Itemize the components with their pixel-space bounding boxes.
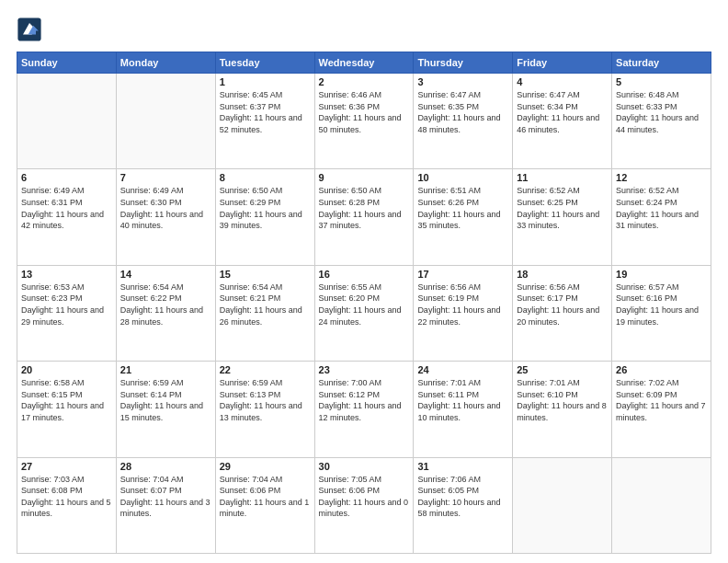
week-row-5: 27Sunrise: 7:03 AM Sunset: 6:08 PM Dayli… (17, 457, 711, 553)
day-number: 16 (319, 269, 410, 280)
week-row-2: 6Sunrise: 6:49 AM Sunset: 6:31 PM Daylig… (17, 169, 711, 265)
day-header-thursday: Thursday (414, 52, 513, 74)
day-info: Sunrise: 6:56 AM Sunset: 6:17 PM Dayligh… (517, 282, 608, 327)
calendar-header: SundayMondayTuesdayWednesdayThursdayFrid… (17, 52, 711, 74)
day-info: Sunrise: 6:49 AM Sunset: 6:31 PM Dayligh… (21, 185, 112, 231)
calendar-cell: 1Sunrise: 6:45 AM Sunset: 6:37 PM Daylig… (215, 74, 314, 169)
calendar-cell: 13Sunrise: 6:53 AM Sunset: 6:23 PM Dayli… (17, 265, 117, 361)
day-info: Sunrise: 6:58 AM Sunset: 6:15 PM Dayligh… (21, 377, 112, 423)
calendar-cell: 14Sunrise: 6:54 AM Sunset: 6:22 PM Dayli… (116, 265, 215, 361)
week-row-4: 20Sunrise: 6:58 AM Sunset: 6:15 PM Dayli… (17, 362, 711, 457)
day-header-tuesday: Tuesday (215, 52, 314, 74)
calendar-cell: 21Sunrise: 6:59 AM Sunset: 6:14 PM Dayli… (116, 362, 215, 457)
calendar-cell: 15Sunrise: 6:54 AM Sunset: 6:21 PM Dayli… (215, 265, 314, 361)
day-header-monday: Monday (116, 52, 215, 74)
day-info: Sunrise: 7:00 AM Sunset: 6:12 PM Dayligh… (319, 377, 410, 423)
day-number: 25 (517, 364, 608, 375)
day-header-wednesday: Wednesday (314, 52, 414, 74)
day-info: Sunrise: 6:52 AM Sunset: 6:24 PM Dayligh… (616, 185, 707, 231)
calendar-cell: 31Sunrise: 7:06 AM Sunset: 6:05 PM Dayli… (414, 457, 513, 553)
calendar-cell: 6Sunrise: 6:49 AM Sunset: 6:31 PM Daylig… (17, 169, 117, 265)
day-number: 12 (616, 172, 707, 183)
calendar-cell: 18Sunrise: 6:56 AM Sunset: 6:17 PM Dayli… (513, 265, 612, 361)
calendar-cell: 30Sunrise: 7:05 AM Sunset: 6:06 PM Dayli… (314, 457, 414, 553)
day-header-saturday: Saturday (612, 52, 711, 74)
day-number: 9 (319, 172, 410, 183)
day-number: 18 (517, 269, 608, 280)
calendar-cell: 23Sunrise: 7:00 AM Sunset: 6:12 PM Dayli… (314, 362, 414, 457)
calendar-cell: 28Sunrise: 7:04 AM Sunset: 6:07 PM Dayli… (116, 457, 215, 553)
calendar-cell: 22Sunrise: 6:59 AM Sunset: 6:13 PM Dayli… (215, 362, 314, 457)
day-number: 14 (120, 269, 211, 280)
day-info: Sunrise: 7:04 AM Sunset: 6:06 PM Dayligh… (220, 474, 311, 520)
day-number: 2 (319, 76, 410, 87)
day-number: 1 (220, 76, 311, 87)
day-number: 19 (616, 269, 707, 280)
day-info: Sunrise: 7:01 AM Sunset: 6:11 PM Dayligh… (417, 377, 508, 423)
day-info: Sunrise: 6:54 AM Sunset: 6:22 PM Dayligh… (120, 282, 211, 327)
day-info: Sunrise: 7:03 AM Sunset: 6:08 PM Dayligh… (21, 474, 112, 520)
day-number: 22 (220, 364, 311, 375)
day-info: Sunrise: 6:47 AM Sunset: 6:34 PM Dayligh… (517, 89, 608, 135)
day-number: 29 (220, 461, 311, 472)
calendar-cell: 4Sunrise: 6:47 AM Sunset: 6:34 PM Daylig… (513, 74, 612, 169)
day-info: Sunrise: 6:53 AM Sunset: 6:23 PM Dayligh… (21, 282, 112, 327)
day-info: Sunrise: 6:50 AM Sunset: 6:28 PM Dayligh… (319, 185, 410, 231)
calendar-cell: 26Sunrise: 7:02 AM Sunset: 6:09 PM Dayli… (612, 362, 711, 457)
calendar-body: 1Sunrise: 6:45 AM Sunset: 6:37 PM Daylig… (17, 74, 711, 554)
day-number: 17 (417, 269, 508, 280)
day-number: 28 (120, 461, 211, 472)
day-number: 5 (616, 76, 707, 87)
day-info: Sunrise: 7:04 AM Sunset: 6:07 PM Dayligh… (120, 474, 211, 520)
page: SundayMondayTuesdayWednesdayThursdayFrid… (0, 0, 728, 563)
calendar-cell (17, 74, 117, 169)
calendar-cell: 27Sunrise: 7:03 AM Sunset: 6:08 PM Dayli… (17, 457, 117, 553)
calendar-cell: 29Sunrise: 7:04 AM Sunset: 6:06 PM Dayli… (215, 457, 314, 553)
day-number: 20 (21, 364, 112, 375)
calendar-cell: 2Sunrise: 6:46 AM Sunset: 6:36 PM Daylig… (314, 74, 414, 169)
day-info: Sunrise: 6:51 AM Sunset: 6:26 PM Dayligh… (417, 185, 508, 231)
day-number: 15 (220, 269, 311, 280)
day-number: 26 (616, 364, 707, 375)
day-number: 3 (417, 76, 508, 87)
logo (17, 17, 46, 42)
day-info: Sunrise: 6:59 AM Sunset: 6:14 PM Dayligh… (120, 377, 211, 423)
calendar-cell (116, 74, 215, 169)
day-header-friday: Friday (513, 52, 612, 74)
day-info: Sunrise: 7:05 AM Sunset: 6:06 PM Dayligh… (319, 474, 410, 520)
calendar-cell: 10Sunrise: 6:51 AM Sunset: 6:26 PM Dayli… (414, 169, 513, 265)
calendar-cell: 20Sunrise: 6:58 AM Sunset: 6:15 PM Dayli… (17, 362, 117, 457)
calendar-cell: 3Sunrise: 6:47 AM Sunset: 6:35 PM Daylig… (414, 74, 513, 169)
day-number: 8 (220, 172, 311, 183)
calendar-cell: 8Sunrise: 6:50 AM Sunset: 6:29 PM Daylig… (215, 169, 314, 265)
day-number: 7 (120, 172, 211, 183)
calendar-table: SundayMondayTuesdayWednesdayThursdayFrid… (17, 52, 711, 554)
calendar-cell: 11Sunrise: 6:52 AM Sunset: 6:25 PM Dayli… (513, 169, 612, 265)
day-info: Sunrise: 7:06 AM Sunset: 6:05 PM Dayligh… (417, 474, 508, 520)
calendar-cell (513, 457, 612, 553)
day-info: Sunrise: 6:56 AM Sunset: 6:19 PM Dayligh… (417, 282, 508, 327)
calendar-cell (612, 457, 711, 553)
calendar-cell: 17Sunrise: 6:56 AM Sunset: 6:19 PM Dayli… (414, 265, 513, 361)
day-header-sunday: Sunday (17, 52, 117, 74)
day-number: 30 (319, 461, 410, 472)
day-info: Sunrise: 7:02 AM Sunset: 6:09 PM Dayligh… (616, 377, 707, 423)
header-row: SundayMondayTuesdayWednesdayThursdayFrid… (17, 52, 711, 74)
day-number: 24 (417, 364, 508, 375)
day-number: 4 (517, 76, 608, 87)
header (17, 17, 711, 42)
week-row-1: 1Sunrise: 6:45 AM Sunset: 6:37 PM Daylig… (17, 74, 711, 169)
day-info: Sunrise: 6:57 AM Sunset: 6:16 PM Dayligh… (616, 282, 707, 327)
day-info: Sunrise: 6:54 AM Sunset: 6:21 PM Dayligh… (220, 282, 311, 327)
calendar-cell: 12Sunrise: 6:52 AM Sunset: 6:24 PM Dayli… (612, 169, 711, 265)
day-info: Sunrise: 6:45 AM Sunset: 6:37 PM Dayligh… (220, 89, 311, 135)
day-number: 11 (517, 172, 608, 183)
calendar-cell: 19Sunrise: 6:57 AM Sunset: 6:16 PM Dayli… (612, 265, 711, 361)
day-number: 10 (417, 172, 508, 183)
day-info: Sunrise: 6:47 AM Sunset: 6:35 PM Dayligh… (417, 89, 508, 135)
day-number: 31 (417, 461, 508, 472)
day-info: Sunrise: 7:01 AM Sunset: 6:10 PM Dayligh… (517, 377, 608, 423)
day-info: Sunrise: 6:48 AM Sunset: 6:33 PM Dayligh… (616, 89, 707, 135)
day-info: Sunrise: 6:46 AM Sunset: 6:36 PM Dayligh… (319, 89, 410, 135)
calendar-cell: 5Sunrise: 6:48 AM Sunset: 6:33 PM Daylig… (612, 74, 711, 169)
